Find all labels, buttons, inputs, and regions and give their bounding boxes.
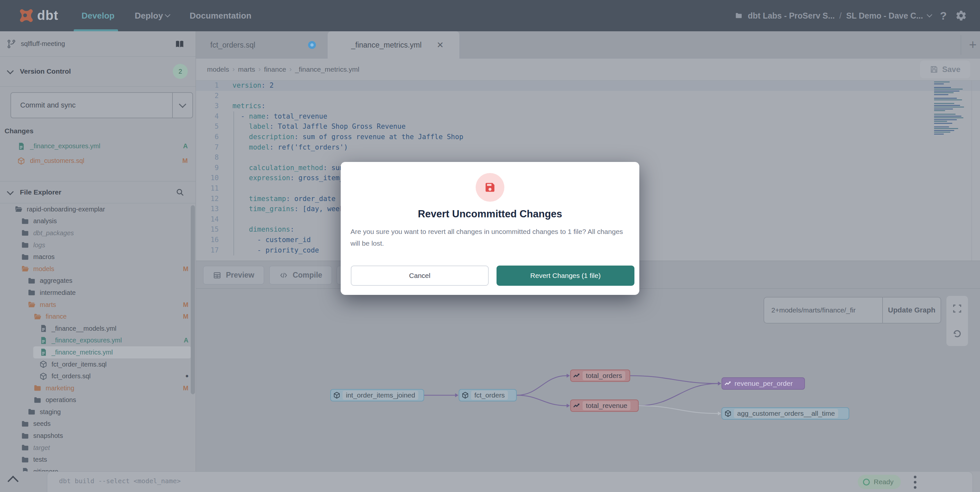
file-explorer-section-header[interactable]: File Explorer [0, 181, 196, 203]
code-line-6[interactable]: 6 description: sum of gross revenue at t… [196, 132, 980, 142]
commit-options-toggle[interactable] [172, 93, 192, 117]
folder-icon [21, 443, 29, 452]
lineage-node-total_revenue[interactable]: total_revenue [570, 400, 639, 412]
file-tree: rapid-onboarding-exemplaranalysisdbt_pac… [0, 203, 196, 478]
file-explorer-title: File Explorer [20, 188, 61, 196]
version-control-section-header[interactable]: Version Control 2 [0, 56, 196, 87]
breadcrumb-separator: › [232, 65, 235, 74]
search-icon[interactable] [175, 188, 185, 197]
editor-minimap[interactable] [934, 81, 964, 117]
file-tree-item-aggregates[interactable]: aggregates [0, 275, 196, 287]
file-tree-item-analysis[interactable]: analysis [0, 215, 196, 227]
account-name[interactable]: dbt Labs - ProServ S... [748, 11, 835, 21]
unsaved-indicator[interactable] [308, 41, 316, 49]
menu-deploy[interactable]: Deploy [135, 11, 170, 21]
lineage-node-revenue_per_order[interactable]: revenue_per_order [721, 377, 805, 390]
code-line-2[interactable]: 2 [196, 91, 980, 102]
left-sidebar: sqlfluff-meeting Version Control 2 Commi… [0, 31, 196, 471]
line-number: 1 [196, 81, 219, 91]
lineage-node-agg_customer_orders__all_time[interactable]: agg_customer_orders__all_time [721, 407, 849, 420]
command-bar[interactable]: dbt build --select <model_name> Ready [47, 471, 973, 492]
tab-fct-orders[interactable]: fct_orders.sql [196, 31, 328, 59]
lineage-node-fct_orders[interactable]: fct_orders [459, 389, 517, 402]
account-project-breadcrumb[interactable]: dbt Labs - ProServ S... / SL Demo - Dave… [734, 11, 931, 21]
file-tree-item-target[interactable]: target [0, 442, 196, 454]
file-tree-item-finance[interactable]: financeM [0, 311, 196, 322]
file-tree-item-logs[interactable]: logs [0, 239, 196, 251]
file-tree-item-operations[interactable]: operations [0, 394, 196, 406]
project-name[interactable]: SL Demo - Dave C... [846, 11, 923, 21]
file-tree-item--finance-metrics-yml[interactable]: _finance_metrics.yml [33, 346, 191, 359]
update-graph-button[interactable]: Update Graph [883, 297, 940, 323]
command-input-placeholder[interactable]: dbt build --select <model_name> [59, 477, 181, 485]
commit-and-sync-button[interactable]: Commit and sync [10, 92, 193, 118]
file-tree-item-macros[interactable]: macros [0, 251, 196, 263]
editor-tab-bar: fct_orders.sql _finance_metrics.yml ✕ + [196, 31, 980, 59]
graph-filter-input[interactable]: 2+models/marts/finance/_fir [764, 297, 883, 323]
breadcrumb-item[interactable]: marts [238, 65, 255, 73]
line-number: 5 [196, 122, 219, 132]
refresh-icon[interactable] [952, 329, 963, 339]
file-tree-item-fct-order-items-sql[interactable]: fct_order_items.sql [0, 359, 196, 370]
tab-finance-metrics[interactable]: _finance_metrics.yml ✕ [328, 31, 459, 59]
close-icon[interactable]: ✕ [436, 41, 444, 49]
dbt-logo-icon [16, 6, 34, 24]
file-tree-item--finance-exposures-yml[interactable]: _finance_exposures.ymlA [0, 335, 196, 347]
file-tree-item-seeds[interactable]: seeds [0, 418, 196, 430]
changelog-book-icon[interactable] [174, 39, 185, 49]
save-button[interactable]: Save [920, 60, 970, 78]
menu-develop[interactable]: Develop [81, 11, 115, 21]
revert-changes-button[interactable]: Revert Changes (1 file) [496, 265, 635, 286]
file-tree-item-models[interactable]: modelsM [0, 263, 196, 275]
node-label: fct_orders [471, 390, 508, 400]
line-number: 15 [196, 224, 219, 235]
sidebar-scrollbar[interactable] [191, 205, 195, 394]
change-list-item[interactable]: dim_customers.sqlM [0, 154, 196, 168]
lineage-node-int_order_items_joined[interactable]: int_order_items_joined [330, 389, 424, 402]
code-line-4[interactable]: 4 - name: total_revenue [196, 111, 980, 122]
file-tree-item-fct-orders-sql[interactable]: fct_orders.sql• [0, 370, 196, 382]
chevron-up-icon[interactable] [8, 476, 19, 487]
code-line-1[interactable]: 1version: 2 [196, 81, 980, 91]
preview-grid-icon [213, 271, 221, 279]
code-line-5[interactable]: 5 label: Total Jaffle Shop Gross Revenue [196, 122, 980, 132]
dbt-logo[interactable]: dbt [16, 6, 58, 24]
file-tree-item-marketing[interactable]: marketingM [0, 382, 196, 394]
file-tree-item-intermediate[interactable]: intermediate [0, 287, 196, 299]
new-tab-button[interactable]: + [965, 37, 980, 52]
code-line-7[interactable]: 7 model: ref('fct_orders') [196, 142, 980, 153]
cancel-button[interactable]: Cancel [351, 265, 489, 286]
folder-icon [21, 432, 29, 440]
breadcrumb-item[interactable]: models [207, 65, 229, 73]
git-status-letter: M [183, 313, 188, 320]
file-tree-item-marts[interactable]: martsM [0, 299, 196, 311]
change-list-item[interactable]: _finance_exposures.ymlA [0, 139, 196, 154]
code-line-3[interactable]: 3metrics: [196, 101, 980, 111]
file-tree-label: _finance_metrics.yml [51, 349, 113, 356]
lineage-graph-pane[interactable]: int_order_items_joinedfct_orderstotal_or… [196, 289, 980, 471]
kebab-menu-icon[interactable] [913, 476, 917, 489]
file-tree-label: marts [40, 301, 56, 309]
breadcrumb-item[interactable]: _finance_metrics.yml [295, 65, 359, 73]
chevron-down-icon [179, 100, 186, 108]
branch-name[interactable]: sqlfluff-meeting [21, 40, 65, 48]
file-tree-item-staging[interactable]: staging [0, 406, 196, 418]
fullscreen-icon[interactable] [952, 303, 963, 314]
file-tree-item--finance-models-yml[interactable]: _finance__models.yml [0, 322, 196, 335]
gear-icon[interactable] [955, 10, 967, 22]
file-tree-item-snapshots[interactable]: snapshots [0, 430, 196, 442]
file-tree-item-rapid-onboarding-exemplar[interactable]: rapid-onboarding-exemplar [0, 203, 196, 215]
compile-button[interactable]: Compile [269, 266, 332, 284]
breadcrumb-item[interactable]: finance [264, 65, 286, 73]
chevron-down-icon [7, 188, 14, 195]
menu-documentation[interactable]: Documentation [190, 11, 251, 21]
code-line-8[interactable]: 8 [196, 152, 980, 163]
file-tree-item-dbt-packages[interactable]: dbt_packages [0, 227, 196, 239]
node-label: int_order_items_joined [343, 390, 418, 400]
git-status-letter: M [183, 384, 188, 392]
preview-button[interactable]: Preview [203, 266, 264, 284]
help-icon[interactable]: ? [940, 10, 947, 22]
file-tree-item-tests[interactable]: tests [0, 454, 196, 466]
lineage-node-total_orders[interactable]: total_orders [570, 370, 630, 382]
line-number: 13 [196, 204, 219, 214]
